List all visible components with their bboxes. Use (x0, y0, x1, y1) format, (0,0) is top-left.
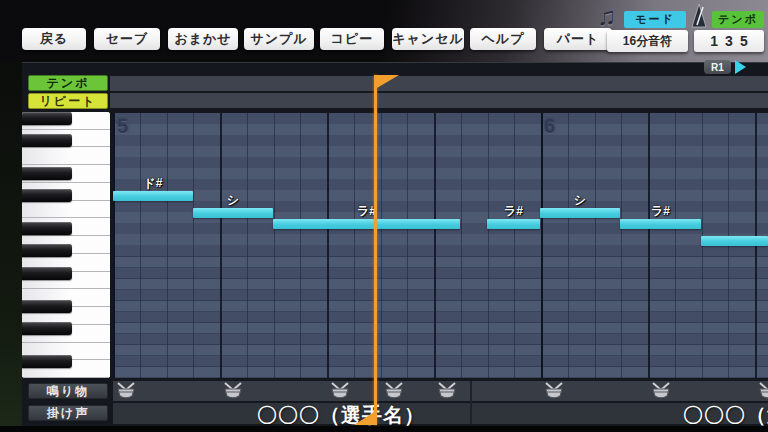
drum-hit-icon[interactable] (543, 382, 565, 400)
piano-keyboard[interactable] (22, 112, 110, 378)
drum-hit-icon[interactable] (329, 382, 351, 400)
metronome-icon (689, 2, 711, 29)
grid-line (514, 113, 515, 378)
grid-line (140, 113, 141, 378)
top-toolbar: 戻るセーブおまかせサンプルコピーキャンセルヘルプパート ♫ モード 16分音符 … (0, 0, 768, 62)
mode-value-button[interactable]: 16分音符 (607, 30, 688, 52)
black-key[interactable] (22, 134, 72, 147)
grid-line (300, 113, 301, 378)
black-key[interactable] (22, 189, 72, 202)
grid-row (113, 367, 768, 378)
grid-line (648, 113, 650, 378)
grid-line (381, 113, 382, 378)
grid-row (113, 146, 768, 158)
note-pitch-label: ラ# (504, 203, 523, 220)
drum-hit-icon[interactable] (383, 382, 405, 400)
tempo-track-lane[interactable] (110, 76, 768, 91)
grid-row (113, 312, 768, 324)
black-key[interactable] (22, 222, 72, 235)
grid-line (113, 113, 115, 378)
toolbar-button-part[interactable]: パート (544, 28, 612, 50)
toolbar-button-sample[interactable]: サンプル (244, 28, 314, 50)
note-bar[interactable] (113, 191, 193, 201)
note-bar[interactable] (620, 219, 701, 229)
chant-editor-screen: 戻るセーブおまかせサンプルコピーキャンセルヘルプパート ♫ モード 16分音符 … (0, 0, 768, 432)
note-bar[interactable] (540, 208, 620, 218)
tempo-value-button[interactable]: 135 (694, 30, 764, 52)
toolbar-button-save[interactable]: セーブ (94, 28, 160, 50)
note-bar[interactable] (487, 219, 540, 229)
grid-line (407, 113, 408, 378)
grid-line (247, 113, 248, 378)
tempo-badge: テンポ (712, 11, 764, 28)
grid-row (113, 190, 768, 202)
grid-line (488, 113, 489, 378)
black-key[interactable] (22, 112, 72, 125)
grid-row (113, 124, 768, 136)
toolbar-button-back[interactable]: 戻る (22, 28, 86, 50)
drum-hit-icon[interactable] (650, 382, 672, 400)
black-key[interactable] (22, 355, 72, 368)
playhead[interactable] (374, 75, 377, 425)
note-pitch-label: ラ# (651, 203, 670, 220)
toolbar-button-copy[interactable]: コピー (320, 28, 384, 50)
grid-line (274, 113, 275, 378)
toolbar-button-cancel[interactable]: キャンセル (392, 28, 464, 50)
white-key[interactable] (22, 201, 110, 219)
drum-hit-icon[interactable] (222, 382, 244, 400)
grid-line (675, 113, 676, 378)
grid-row (113, 356, 768, 368)
grid-row (113, 135, 768, 147)
white-key[interactable] (22, 147, 110, 165)
grid-row (113, 113, 768, 125)
repeat-track-label[interactable]: リピート (28, 93, 108, 109)
chant-lyric-text: 〇〇〇（選手名） (257, 402, 425, 424)
tempo-track-label[interactable]: テンポ (28, 75, 108, 91)
instruments-track-label[interactable]: 鳴り物 (28, 383, 108, 399)
grid-line (193, 113, 194, 378)
drum-hit-icon[interactable] (757, 382, 768, 400)
grid-row (113, 179, 768, 191)
black-key[interactable] (22, 167, 72, 180)
music-note-icon: ♫ (597, 2, 616, 31)
drum-hit-icon[interactable] (115, 382, 137, 400)
toolbar-button-auto[interactable]: おまかせ (168, 28, 238, 50)
grid-line (461, 113, 462, 378)
shoulder-r1-button[interactable]: R1 (704, 60, 731, 74)
grid-line (354, 113, 355, 378)
note-pitch-label: ド# (144, 175, 163, 192)
grid-row (113, 257, 768, 269)
repeat-track-lane[interactable] (110, 93, 768, 108)
note-pitch-label: シ (574, 192, 586, 209)
grid-row (113, 245, 768, 257)
note-bar[interactable] (273, 219, 460, 229)
grid-line (220, 113, 222, 378)
black-key[interactable] (22, 300, 72, 313)
grid-line (621, 113, 622, 378)
grid-row (113, 345, 768, 357)
phrase-divider (470, 381, 472, 424)
grid-line (568, 113, 569, 378)
grid-row (113, 234, 768, 246)
grid-row (113, 323, 768, 335)
chant-track-label[interactable]: 掛け声 (28, 405, 108, 421)
playhead-top-flag (377, 75, 399, 88)
grid-row (113, 157, 768, 169)
note-bar[interactable] (701, 236, 768, 246)
chant-lane[interactable] (113, 403, 768, 424)
grid-row (113, 290, 768, 302)
black-key[interactable] (22, 244, 72, 257)
note-grid[interactable] (113, 113, 768, 378)
grid-line (167, 113, 168, 378)
mode-badge: モード (624, 11, 686, 28)
grid-line (327, 113, 329, 378)
play-indicator-icon (735, 60, 746, 74)
chant-lyric-text: 〇〇〇（選手名） (683, 402, 768, 424)
toolbar-button-help[interactable]: ヘルプ (470, 28, 536, 50)
black-key[interactable] (22, 322, 72, 335)
note-bar[interactable] (193, 208, 273, 218)
playhead-bottom-flag (354, 412, 374, 425)
drum-hit-icon[interactable] (436, 382, 458, 400)
measure-number: 6 (544, 115, 555, 138)
black-key[interactable] (22, 267, 72, 280)
